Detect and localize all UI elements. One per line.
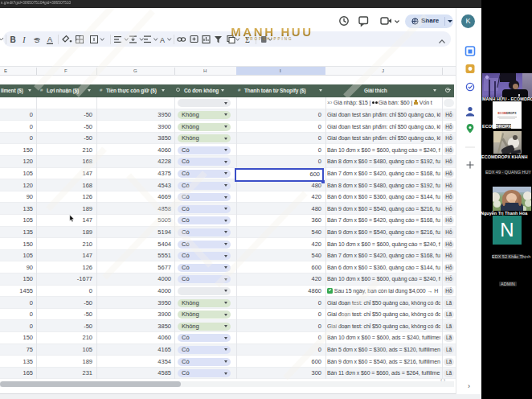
svg-text:A: A xyxy=(47,35,52,43)
svg-text:I: I xyxy=(22,35,26,44)
svg-text:A: A xyxy=(160,36,165,44)
svg-text:S: S xyxy=(35,36,39,44)
svg-text:B: B xyxy=(10,35,15,44)
